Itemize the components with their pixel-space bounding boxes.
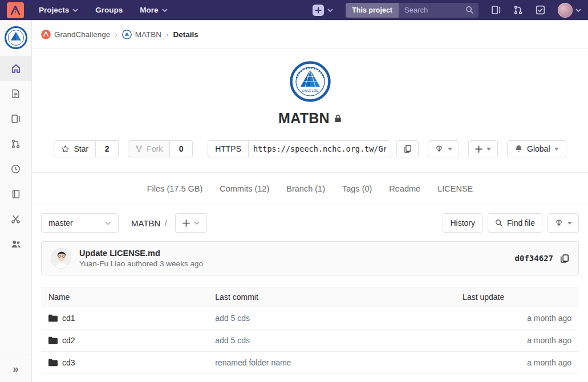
menu-more[interactable]: More xyxy=(140,6,167,14)
navbar-right: This project xyxy=(313,3,581,18)
tab-branch[interactable]: Branch (1) xyxy=(286,184,325,193)
tab-commits[interactable]: Commits (12) xyxy=(220,184,269,193)
search-field-wrap xyxy=(399,3,478,18)
fork-icon xyxy=(135,145,143,153)
branch-selector[interactable]: master xyxy=(41,213,119,233)
project-avatar-icon xyxy=(122,30,132,39)
star-count[interactable]: 2 xyxy=(96,140,119,157)
commit-message-link[interactable]: add 5 cds xyxy=(215,314,250,323)
tree-right-actions: History Find file xyxy=(443,213,579,233)
commit-sha-area: d0f34627 xyxy=(515,254,569,263)
last-update-text: a month ago xyxy=(455,307,579,330)
project-avatar-small[interactable] xyxy=(5,26,27,49)
main-menu: Projects Groups More xyxy=(39,6,168,14)
breadcrumb-project[interactable]: MATBN xyxy=(122,30,161,39)
main-content: GrandChallenge › MATBN › Details xyxy=(32,21,588,382)
breadcrumb-current: Details xyxy=(173,30,198,39)
notification-dropdown[interactable]: Global xyxy=(507,140,566,157)
caret-down-icon xyxy=(554,148,559,151)
user-menu[interactable] xyxy=(558,3,581,18)
download-icon xyxy=(554,219,563,227)
sidebar-item-issues[interactable] xyxy=(0,106,31,131)
caret-down-icon xyxy=(567,222,572,225)
page: Projects Groups More This project xyxy=(0,0,588,382)
tab-license[interactable]: LICENSE xyxy=(437,184,473,193)
star-button[interactable]: Star xyxy=(54,140,96,157)
menu-projects[interactable]: Projects xyxy=(39,6,78,14)
sidebar-item-snippets[interactable] xyxy=(0,206,31,231)
private-lock-icon xyxy=(334,114,342,123)
app-logo[interactable] xyxy=(7,2,24,18)
sidebar-item-repository[interactable] xyxy=(0,81,31,106)
commit-author-avatar[interactable] xyxy=(51,248,71,269)
sidebar-collapse-toggle[interactable]: » xyxy=(0,355,31,382)
branch-name: master xyxy=(48,218,73,227)
commit-message-link[interactable]: renamed folder name xyxy=(215,358,291,367)
scissors-icon xyxy=(11,214,21,224)
project-actions: Star 2 Fork 0 xyxy=(32,140,588,157)
todos-icon[interactable] xyxy=(536,5,545,15)
folder-name-link[interactable]: cd3 xyxy=(62,358,75,367)
commit-info: Update LICENSE.md Yuan-Fu Liao authored … xyxy=(79,249,203,268)
commit-title-link[interactable]: Update LICENSE.md xyxy=(79,249,203,258)
folder-name-link[interactable]: cd2 xyxy=(62,336,75,345)
tab-readme[interactable]: Readme xyxy=(389,184,420,193)
sidebar-item-merge-requests[interactable] xyxy=(0,131,31,156)
tab-files[interactable]: Files (17.5 GB) xyxy=(147,184,203,193)
protocol-dropdown[interactable]: HTTPS xyxy=(208,140,249,157)
menu-groups[interactable]: Groups xyxy=(95,6,123,14)
tree-path-root[interactable]: MATBN xyxy=(131,218,160,228)
chevron-down-icon xyxy=(72,9,78,12)
merge-request-icon xyxy=(11,139,21,149)
group-avatar-icon xyxy=(41,30,51,39)
clipboard-icon xyxy=(403,144,412,153)
chevron-down-icon xyxy=(575,9,581,12)
commit-message-link[interactable]: add 5 cds xyxy=(215,336,250,345)
plus-icon xyxy=(183,220,190,227)
fork-count[interactable]: 0 xyxy=(170,140,193,157)
find-file-button[interactable]: Find file xyxy=(488,213,542,233)
star-group: Star 2 xyxy=(54,140,119,157)
add-dropdown[interactable] xyxy=(468,140,498,157)
project-sidebar: » xyxy=(0,21,32,382)
merge-requests-icon[interactable] xyxy=(513,5,523,15)
clock-icon xyxy=(11,164,21,174)
add-file-dropdown[interactable] xyxy=(175,213,207,233)
people-icon xyxy=(11,239,21,249)
chevron-down-icon xyxy=(327,9,333,12)
issue-boards-icon[interactable] xyxy=(491,5,501,15)
new-item-dropdown[interactable] xyxy=(313,5,333,16)
sidebar-item-members[interactable] xyxy=(0,231,31,257)
sidebar-item-home[interactable] xyxy=(0,56,31,81)
sidebar-item-pipelines[interactable] xyxy=(0,156,31,181)
header-name: Name xyxy=(41,287,208,307)
user-avatar xyxy=(558,3,573,18)
folder-icon xyxy=(48,336,58,344)
download-source-dropdown[interactable] xyxy=(548,213,579,233)
fork-button[interactable]: Fork xyxy=(128,140,170,157)
header-last-update: Last update xyxy=(455,287,579,307)
commit-meta: Yuan-Fu Liao authored 3 weeks ago xyxy=(79,259,203,268)
clone-url-input[interactable] xyxy=(249,140,391,157)
copy-sha-button[interactable] xyxy=(560,254,569,263)
tree-path-separator: / xyxy=(164,218,167,228)
sidebar-item-wiki[interactable] xyxy=(0,181,31,206)
search-scope-badge[interactable]: This project xyxy=(346,3,399,18)
clone-group: HTTPS xyxy=(208,140,419,157)
star-icon xyxy=(61,145,70,153)
history-button[interactable]: History xyxy=(443,213,482,233)
project-stats-tabs: Files (17.5 GB) Commits (12) Branch (1) … xyxy=(32,173,588,205)
folder-name-link[interactable]: cd1 xyxy=(62,314,75,323)
document-icon xyxy=(11,89,21,99)
breadcrumb: GrandChallenge › MATBN › Details xyxy=(32,21,588,48)
tab-tags[interactable]: Tags (0) xyxy=(342,184,372,193)
project-logo: SINCE 1982 xyxy=(290,61,331,102)
copy-url-button[interactable] xyxy=(396,140,419,157)
commit-sha[interactable]: d0f34627 xyxy=(515,254,553,263)
star-label: Star xyxy=(74,144,88,153)
download-dropdown[interactable] xyxy=(428,140,459,157)
mountain-logo-icon xyxy=(10,5,21,15)
project-header: SINCE 1982 MATBN Star xyxy=(32,48,588,173)
caret-down-icon xyxy=(448,148,452,151)
breadcrumb-group[interactable]: GrandChallenge xyxy=(41,30,110,39)
